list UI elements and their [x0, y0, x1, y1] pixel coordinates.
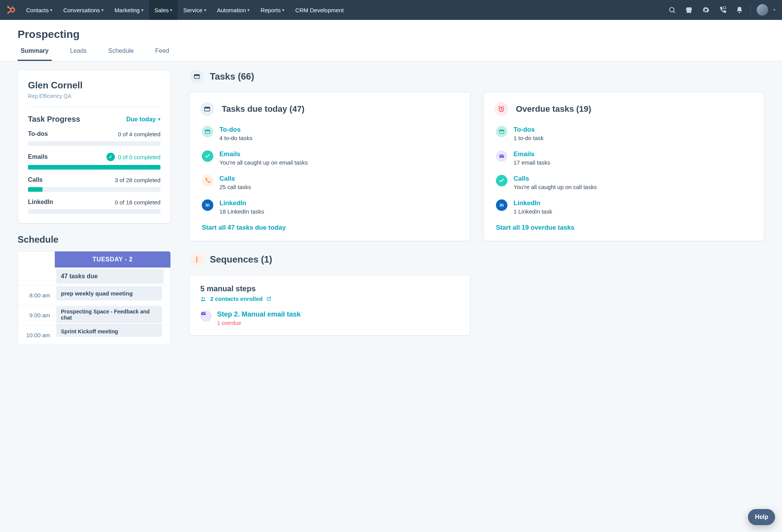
email-icon	[496, 150, 507, 162]
schedule-time: 9:00 am	[18, 305, 55, 325]
divider	[750, 5, 751, 15]
task-type-link[interactable]: LinkedIn	[219, 199, 246, 207]
rep-subtitle: Rep Efficiency QA	[28, 93, 160, 99]
chevron-down-icon: ▾	[141, 8, 144, 13]
tasks-section-title: Tasks (66)	[210, 71, 254, 82]
sequence-step-link[interactable]: Step 2. Manual email task	[217, 310, 301, 318]
task-type-item: inLinkedIn1 LinkedIn task	[494, 195, 753, 219]
tab-summary[interactable]: Summary	[18, 47, 52, 61]
external-link-icon	[267, 296, 272, 301]
task-type-item: To-dos1 to-do task	[494, 121, 753, 146]
progress-item: Calls3 of 28 completed	[28, 176, 160, 192]
svg-point-26	[204, 297, 205, 299]
svg-point-25	[201, 297, 203, 299]
schedule-event[interactable]: Sprint Kickoff meeting	[56, 326, 162, 337]
nav-item-sales[interactable]: Sales▾	[149, 0, 178, 20]
progress-bar	[28, 209, 160, 214]
start-overdue-link[interactable]: Start all 19 overdue tasks	[496, 224, 574, 232]
task-type-item: EmailsYou're all caught up on email task…	[200, 146, 459, 170]
hubspot-logo[interactable]	[3, 5, 18, 15]
nav-item-service[interactable]: Service▾	[178, 0, 211, 20]
nav-item-reports[interactable]: Reports▾	[255, 0, 290, 20]
nav-item-conversations[interactable]: Conversations▾	[58, 0, 109, 20]
user-avatar[interactable]	[757, 4, 768, 16]
svg-point-0	[11, 8, 15, 12]
gear-icon[interactable]	[697, 0, 714, 20]
marketplace-icon[interactable]	[681, 0, 697, 20]
task-type-sub: You're all caught up on call tasks	[514, 184, 597, 190]
nav-item-automation[interactable]: Automation▾	[212, 0, 255, 20]
svg-rect-15	[205, 130, 210, 131]
schedule-tasks-due[interactable]: 47 tasks due	[56, 269, 164, 284]
task-type-sub: You're all caught up on email tasks	[219, 159, 308, 166]
task-progress-title: Task Progress	[28, 115, 80, 124]
task-type-link[interactable]: Calls	[514, 175, 529, 183]
progress-bar	[28, 187, 160, 192]
schedule-slot: Sprint Kickoff meeting	[55, 325, 164, 345]
nav-item-contacts[interactable]: Contacts▾	[21, 0, 58, 20]
rep-name: Glen Cornell	[28, 80, 160, 91]
task-type-sub: 1 to-do task	[514, 135, 543, 141]
top-nav: Contacts▾Conversations▾Marketing▾Sales▾S…	[0, 0, 782, 20]
chevron-down-icon: ▾	[50, 8, 52, 13]
check-icon: ✓	[106, 153, 115, 161]
svg-line-4	[8, 11, 11, 13]
calls-icon	[202, 175, 213, 186]
nav-item-marketing[interactable]: Marketing▾	[109, 0, 149, 20]
progress-label: Calls	[28, 176, 43, 183]
sequences-section-icon	[190, 253, 204, 266]
progress-bar	[28, 141, 160, 146]
progress-item: Emails✓0 of 0 completed	[28, 153, 160, 170]
todo-icon	[202, 126, 213, 137]
linkd-icon: in	[202, 199, 213, 211]
task-progress-filter[interactable]: Due today ▾	[126, 116, 160, 123]
tasks-due-today-card: Tasks due today (47) To-dos4 to-do tasks…	[189, 92, 470, 241]
progress-item: To-dos0 of 4 completed	[28, 131, 160, 146]
todo-icon	[496, 126, 507, 137]
schedule-event[interactable]: Prospecting Space - Feedback and chat	[56, 306, 162, 323]
chevron-down-icon: ▾	[247, 8, 250, 13]
schedule-title: Schedule	[18, 234, 171, 245]
bell-icon[interactable]	[731, 0, 748, 20]
chevron-down-icon: ▾	[158, 117, 160, 122]
chevron-down-icon: ▾	[101, 8, 104, 13]
schedule-day-header[interactable]: TUESDAY - 2	[55, 251, 170, 268]
schedule-slot: Prospecting Space - Feedback and chatQui…	[55, 305, 164, 325]
search-icon[interactable]	[664, 0, 681, 20]
linkd-icon: in	[496, 199, 507, 211]
schedule-slot: prep weekly quad meeting	[55, 286, 164, 305]
sequence-card-title: 5 manual steps	[200, 284, 459, 293]
progress-label: To-dos	[28, 131, 48, 137]
check-icon	[496, 175, 507, 186]
schedule-event[interactable]: prep weekly quad meeting	[56, 286, 162, 300]
tasks-due-today-title: Tasks due today (47)	[222, 104, 304, 114]
svg-line-7	[673, 11, 675, 13]
progress-stat: 0 of 4 completed	[118, 131, 160, 137]
sequences-section-title: Sequences (1)	[210, 254, 272, 265]
task-type-link[interactable]: LinkedIn	[514, 199, 540, 207]
overdue-tasks-title: Overdue tasks (19)	[516, 104, 591, 114]
task-type-sub: 17 email tasks	[514, 159, 550, 166]
overdue-tasks-card: Overdue tasks (19) To-dos1 to-do taskEma…	[483, 92, 764, 241]
tab-leads[interactable]: Leads	[67, 47, 90, 61]
svg-point-6	[669, 7, 674, 12]
chevron-down-icon[interactable]	[770, 0, 779, 20]
nav-item-crm-development[interactable]: CRM Development	[290, 0, 349, 20]
task-type-link[interactable]: To-dos	[514, 126, 535, 134]
progress-stat: ✓0 of 0 completed	[106, 153, 160, 161]
task-type-link[interactable]: Emails	[219, 150, 240, 158]
task-type-link[interactable]: To-dos	[219, 126, 240, 134]
page-title: Prospecting	[18, 28, 764, 41]
contacts-enrolled-link[interactable]: 2 contacts enrolled	[200, 295, 459, 302]
phone-icon[interactable]	[714, 0, 731, 20]
svg-point-22	[196, 261, 198, 263]
tab-schedule[interactable]: Schedule	[105, 47, 137, 61]
schedule-section: Schedule TUESDAY - 2 47 tasks due 8:00 a…	[18, 234, 171, 345]
task-type-link[interactable]: Emails	[514, 150, 535, 158]
progress-label: LinkedIn	[28, 199, 53, 206]
task-progress-card: Glen Cornell Rep Efficiency QA Task Prog…	[18, 70, 171, 224]
email-icon	[200, 310, 212, 322]
tab-feed[interactable]: Feed	[152, 47, 172, 61]
task-type-link[interactable]: Calls	[219, 175, 235, 183]
start-due-today-link[interactable]: Start all 47 tasks due today	[202, 224, 286, 232]
